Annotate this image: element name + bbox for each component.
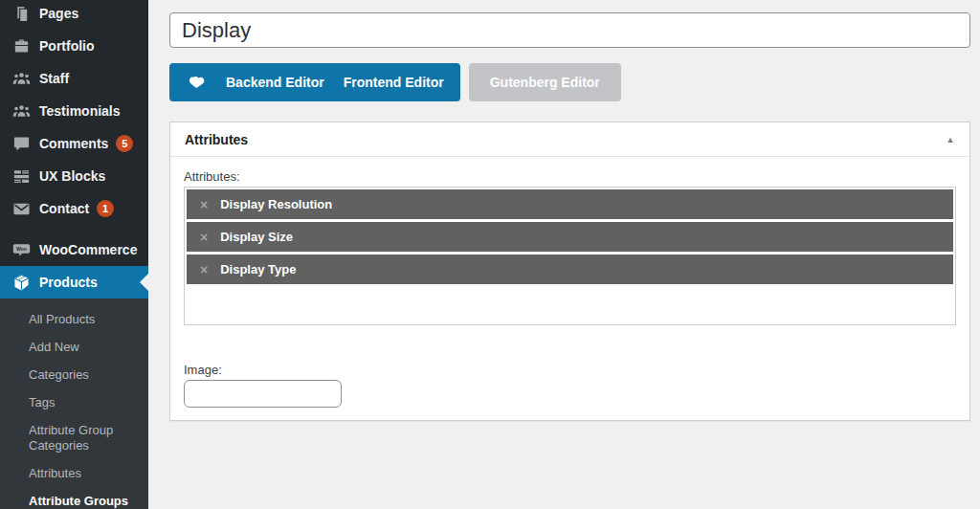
attributes-panel-header[interactable]: Attributes ▲ [170, 122, 969, 157]
sidebar-subitem-attribute-groups[interactable]: Attribute Groups [0, 488, 148, 509]
sidebar-item-label: WooCommerce [39, 242, 137, 257]
count-badge: 5 [116, 135, 133, 152]
frontend-editor-button[interactable]: Frontend Editor [344, 75, 444, 90]
attribute-tag-label: Display Size [220, 230, 293, 244]
sidebar-item-label: Portfolio [39, 38, 95, 54]
sidebar-item-pages[interactable]: Pages [0, 0, 148, 30]
attribute-tag-label: Display Type [220, 262, 296, 277]
sidebar-item-label: Comments [39, 136, 108, 151]
panel-title: Attributes [185, 132, 248, 147]
attribute-tag-display-resolution[interactable]: ×Display Resolution [187, 189, 953, 219]
remove-tag-icon[interactable]: × [187, 198, 208, 211]
comments-icon [11, 134, 31, 153]
products-submenu: All ProductsAdd NewCategoriesTagsAttribu… [0, 299, 148, 509]
image-field-label: Image: [184, 363, 956, 377]
sidebar-item-label: Pages [39, 6, 78, 21]
sidebar-subitem-add-new[interactable]: Add New [0, 334, 148, 362]
sidebar-subitem-categories[interactable]: Categories [0, 362, 148, 389]
sidebar-item-contact[interactable]: Contact1 [0, 192, 148, 225]
sidebar-item-label: Testimonials [39, 103, 121, 119]
sidebar-item-label: UX Blocks [39, 168, 105, 184]
sidebar-subitem-all-products[interactable]: All Products [0, 306, 148, 334]
image-field-row: Image: [184, 363, 956, 408]
product-box-icon [11, 273, 31, 292]
envelope-icon [11, 199, 31, 218]
attribute-tag-display-type[interactable]: ×Display Type [187, 254, 953, 284]
attributes-field-label: Attributes: [184, 169, 956, 184]
admin-sidebar: PagesPortfolioStaffTestimonialsComments5… [0, 0, 148, 509]
collapse-arrow-icon: ▲ [947, 135, 955, 144]
wpbakery-button-group: Backend Editor Frontend Editor [169, 63, 460, 101]
sidebar-subitem-attribute-group-categories[interactable]: Attribute Group Categories [0, 417, 148, 461]
wpbakery-logo-icon [186, 75, 207, 91]
remove-tag-icon[interactable]: × [187, 231, 208, 244]
sidebar-item-testimonials[interactable]: Testimonials [0, 95, 148, 127]
sidebar-item-label: Staff [39, 71, 69, 86]
portfolio-icon [11, 36, 31, 55]
sidebar-item-products[interactable]: Products [0, 266, 148, 299]
editor-switch-row: Backend Editor Frontend Editor Gutenberg… [169, 63, 970, 101]
woocommerce-icon: Woo [11, 240, 31, 259]
sidebar-item-ux-blocks[interactable]: UX Blocks [0, 160, 148, 192]
sidebar-subitem-tags[interactable]: Tags [0, 389, 148, 417]
attribute-tag-label: Display Resolution [220, 197, 332, 211]
panel-collapse-button[interactable]: ▲ [937, 126, 964, 153]
image-input[interactable] [184, 380, 342, 408]
sidebar-subitem-attributes[interactable]: Attributes [0, 460, 148, 488]
testimonials-icon [11, 101, 31, 121]
sidebar-item-staff[interactable]: Staff [0, 62, 148, 95]
attribute-tag-display-size[interactable]: ×Display Size [187, 222, 953, 252]
sidebar-item-comments[interactable]: Comments5 [0, 127, 148, 160]
gutenberg-editor-button[interactable]: Gutenberg Editor [469, 63, 621, 101]
admin-menu: PagesPortfolioStaffTestimonialsComments5… [0, 0, 148, 299]
attributes-panel-body: Attributes: ×Display Resolution×Display … [170, 157, 969, 420]
sidebar-item-label: Products [39, 275, 98, 290]
post-title-input[interactable] [169, 12, 970, 48]
ux-blocks-icon [11, 166, 31, 186]
remove-tag-icon[interactable]: × [187, 263, 208, 277]
attributes-panel: Attributes ▲ Attributes: ×Display Resolu… [169, 122, 970, 421]
main-content: Backend Editor Frontend Editor Gutenberg… [148, 0, 980, 509]
sidebar-item-label: Contact [39, 201, 89, 216]
staff-icon [11, 69, 31, 88]
sidebar-item-portfolio[interactable]: Portfolio [0, 30, 148, 62]
backend-editor-button[interactable]: Backend Editor [226, 75, 324, 90]
sidebar-item-woocommerce[interactable]: WooWooCommerce [0, 233, 148, 266]
attributes-multiselect[interactable]: ×Display Resolution×Display Size×Display… [184, 187, 956, 325]
svg-text:Woo: Woo [15, 245, 26, 251]
pages-icon [11, 4, 31, 23]
count-badge: 1 [97, 200, 114, 217]
